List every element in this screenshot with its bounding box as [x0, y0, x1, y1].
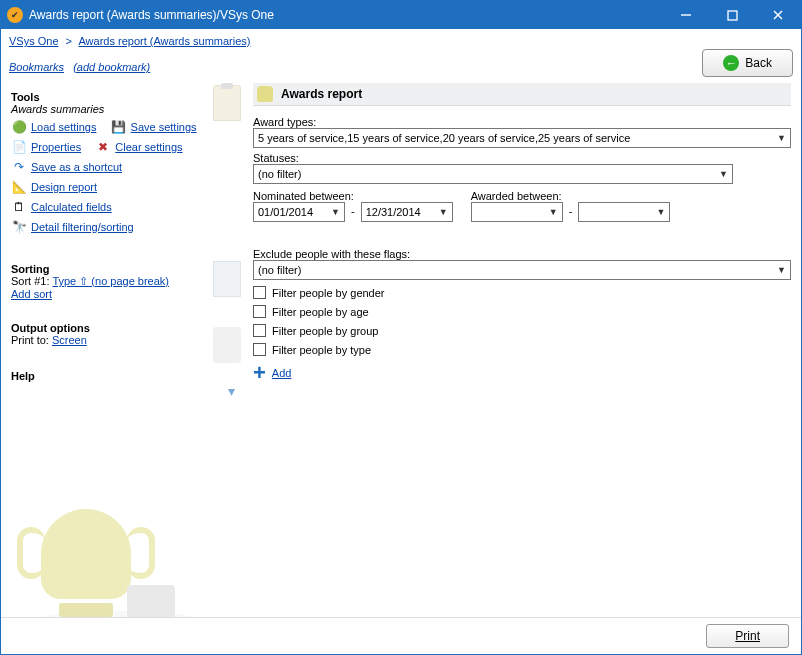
chevron-down-icon: ▼ — [656, 207, 665, 217]
save-shortcut-link[interactable]: Save as a shortcut — [31, 161, 122, 173]
filter-age-label: Filter people by age — [272, 306, 369, 318]
breadcrumb-current[interactable]: Awards report (Awards summaries) — [78, 35, 250, 47]
filter-gender-label: Filter people by gender — [272, 287, 385, 299]
add-sort-link[interactable]: Add sort — [11, 288, 52, 300]
back-arrow-icon: ← — [723, 55, 739, 71]
nominated-to-date[interactable]: 12/31/2014 ▼ — [361, 202, 453, 222]
maximize-button[interactable] — [709, 1, 755, 29]
chevron-down-icon: ▼ — [777, 265, 786, 275]
properties-link[interactable]: Properties — [31, 141, 81, 153]
window-title: Awards report (Awards summaries)/VSys On… — [29, 8, 663, 22]
sorting-title: Sorting — [11, 263, 245, 275]
close-icon — [772, 9, 784, 21]
footer: Print — [1, 617, 801, 654]
panel-title: Awards report — [281, 87, 362, 101]
panel-header: Awards report — [253, 83, 791, 106]
award-types-dropdown[interactable]: 5 years of service,15 years of service,2… — [253, 128, 791, 148]
maximize-icon — [727, 10, 738, 21]
awarded-to-date[interactable]: ▼ — [578, 202, 670, 222]
trophy-printer-icon — [127, 585, 175, 617]
nominated-from-date[interactable]: 01/01/2014 ▼ — [253, 202, 345, 222]
chevron-down-icon: ▼ — [719, 169, 728, 179]
print-button[interactable]: Print — [706, 624, 789, 648]
chevron-down-icon: ▼ — [439, 207, 448, 217]
header-row: VSys One > Awards report (Awards summari… — [1, 29, 801, 81]
sort1-row: Sort #1: Type ⇧ (no page break) — [11, 275, 245, 288]
add-filter-link[interactable]: Add — [272, 367, 292, 379]
design-report-link[interactable]: Design report — [31, 181, 97, 193]
app-icon: ✔ — [7, 7, 23, 23]
trophy-decoration — [41, 509, 131, 617]
load-settings-link[interactable]: Load settings — [31, 121, 96, 133]
print-to-label: Print to: — [11, 334, 52, 346]
statuses-value: (no filter) — [258, 168, 301, 180]
tools-title: Tools — [11, 91, 245, 103]
add-bookmark-link[interactable]: (add bookmark) — [73, 61, 150, 73]
svg-rect-1 — [728, 11, 737, 20]
design-icon: 📐 — [11, 179, 27, 195]
award-types-label: Award types: — [253, 116, 791, 128]
calendar-icon — [213, 261, 241, 297]
sidebar: ▾ Tools Awards summaries 🟢 Load settings… — [1, 81, 251, 617]
main-panel: Awards report Award types: 5 years of se… — [251, 81, 801, 617]
help-chevron-icon: ▾ — [228, 383, 235, 399]
award-types-value: 5 years of service,15 years of service,2… — [258, 132, 630, 144]
filter-group-checkbox[interactable] — [253, 324, 266, 337]
exclude-label: Exclude people with these flags: — [253, 248, 791, 260]
print-button-label: Print — [735, 629, 760, 643]
chevron-down-icon: ▼ — [331, 207, 340, 217]
printer-icon — [213, 327, 241, 363]
print-to-link[interactable]: Screen — [52, 334, 87, 346]
statuses-dropdown[interactable]: (no filter) ▼ — [253, 164, 733, 184]
back-button[interactable]: ← Back — [702, 49, 793, 77]
clear-settings-link[interactable]: Clear settings — [115, 141, 182, 153]
window-titlebar: ✔ Awards report (Awards summaries)/VSys … — [1, 1, 801, 29]
output-title: Output options — [11, 322, 245, 334]
close-button[interactable] — [755, 1, 801, 29]
trophy-icon — [257, 86, 273, 102]
sort1-link[interactable]: Type ⇧ (no page break) — [52, 275, 169, 287]
load-icon: 🟢 — [11, 119, 27, 135]
breadcrumb-separator: > — [62, 35, 76, 47]
sort1-prefix: Sort #1: — [11, 275, 52, 287]
back-button-label: Back — [745, 56, 772, 70]
detail-filtering-link[interactable]: Detail filtering/sorting — [31, 221, 134, 233]
clipboard-icon — [213, 85, 241, 121]
bookmarks-link[interactable]: Bookmarks — [9, 61, 64, 73]
calculated-fields-link[interactable]: Calculated fields — [31, 201, 112, 213]
date-dash: - — [349, 205, 357, 220]
filter-gender-checkbox[interactable] — [253, 286, 266, 299]
exclude-value: (no filter) — [258, 264, 301, 276]
help-title: Help — [11, 370, 245, 382]
exclude-flags-dropdown[interactable]: (no filter) ▼ — [253, 260, 791, 280]
statuses-label: Statuses: — [253, 152, 791, 164]
awarded-from-date[interactable]: ▼ — [471, 202, 563, 222]
shortcut-icon: ↷ — [11, 159, 27, 175]
nominated-from-value: 01/01/2014 — [258, 206, 313, 218]
properties-icon: 📄 — [11, 139, 27, 155]
plus-icon: + — [253, 366, 266, 380]
minimize-icon — [680, 9, 692, 21]
save-settings-link[interactable]: Save settings — [131, 121, 197, 133]
filter-type-checkbox[interactable] — [253, 343, 266, 356]
chevron-down-icon: ▼ — [549, 207, 558, 217]
nominated-label: Nominated between: — [253, 190, 453, 202]
tools-subtitle: Awards summaries — [11, 103, 245, 115]
filter-type-label: Filter people by type — [272, 344, 371, 356]
breadcrumb-root[interactable]: VSys One — [9, 35, 59, 47]
breadcrumb: VSys One > Awards report (Awards summari… — [9, 35, 702, 47]
nominated-to-value: 12/31/2014 — [366, 206, 421, 218]
date-dash: - — [567, 205, 575, 220]
clear-icon: ✖ — [95, 139, 111, 155]
filter-group-label: Filter people by group — [272, 325, 378, 337]
filter-age-checkbox[interactable] — [253, 305, 266, 318]
save-icon: 💾 — [111, 119, 127, 135]
chevron-down-icon: ▼ — [777, 133, 786, 143]
binoculars-icon: 🔭 — [11, 219, 27, 235]
calc-icon: 🗒 — [11, 199, 27, 215]
awarded-label: Awarded between: — [471, 190, 671, 202]
minimize-button[interactable] — [663, 1, 709, 29]
